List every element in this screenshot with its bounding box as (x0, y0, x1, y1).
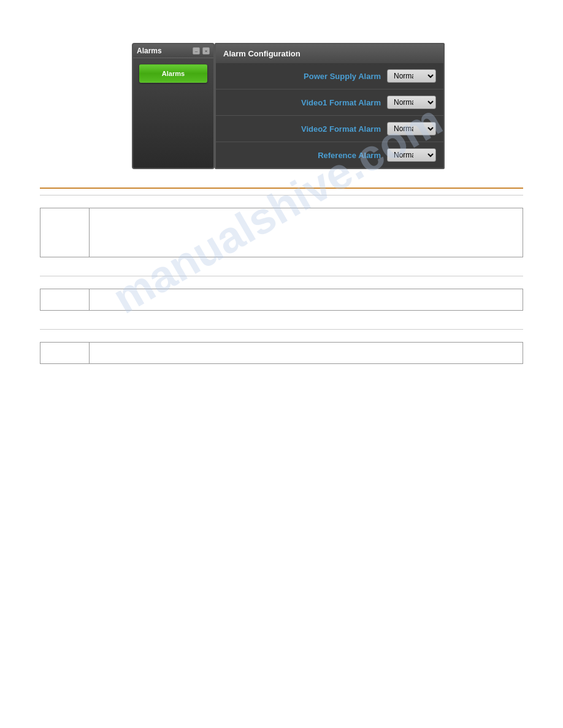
reference-alarm-select[interactable]: Normal Warning Critical (387, 148, 436, 162)
power-supply-alarm-label: Power Supply Alarm (304, 72, 381, 81)
table-cell-left-1 (40, 208, 90, 257)
video1-format-alarm-select[interactable]: Normal Warning Critical (387, 96, 436, 109)
alarm-config-body: Power Supply Alarm Normal Warning Critic… (216, 63, 443, 168)
widget-area: Alarms – × Alarms Alarm Configuration Po… (132, 43, 445, 169)
data-table-2 (40, 289, 523, 311)
alarm-config-panel: Alarm Configuration Power Supply Alarm N… (215, 43, 445, 169)
alarms-panel-title: Alarms (137, 47, 162, 55)
table-row (40, 343, 523, 364)
alarms-panel-header: Alarms – × (133, 44, 213, 58)
table-section-1 (40, 208, 523, 257)
video2-format-alarm-label: Video2 Format Alarm (301, 124, 381, 134)
minimize-button[interactable]: – (193, 47, 200, 55)
video2-format-alarm-select[interactable]: Normal Warning Critical (387, 122, 436, 135)
table-section-2 (40, 289, 523, 311)
table-row (40, 208, 523, 257)
reference-alarm-label: Reference Alarm (318, 151, 381, 160)
alarm-row-power-supply: Power Supply Alarm Normal Warning Critic… (216, 63, 443, 89)
table-cell-right-2 (90, 289, 523, 311)
data-table-3 (40, 342, 523, 364)
data-table-1 (40, 208, 523, 257)
video1-format-alarm-label: Video1 Format Alarm (301, 98, 381, 107)
alarm-row-reference: Reference Alarm Normal Warning Critical (216, 142, 443, 168)
gray-divider-1 (40, 195, 523, 195)
power-supply-alarm-select[interactable]: Normal Warning Critical (387, 69, 436, 83)
table-cell-left-3 (40, 343, 90, 364)
table-section-3 (40, 342, 523, 364)
table-row (40, 289, 523, 311)
alarms-green-button[interactable]: Alarms (139, 64, 207, 83)
alarms-panel: Alarms – × Alarms (132, 43, 215, 169)
alarms-panel-controls: – × (193, 47, 210, 55)
page-content: Alarms – × Alarms Alarm Configuration Po… (0, 0, 563, 364)
orange-divider (40, 188, 523, 189)
gray-divider-3 (40, 329, 523, 330)
alarm-row-video1-format: Video1 Format Alarm Normal Warning Criti… (216, 89, 443, 116)
table-cell-right-3 (90, 343, 523, 364)
alarm-config-header: Alarm Configuration (216, 44, 443, 63)
alarms-panel-body: Alarms (133, 58, 213, 89)
alarm-row-video2-format: Video2 Format Alarm Normal Warning Criti… (216, 116, 443, 142)
table-cell-right-1 (90, 208, 523, 257)
gray-divider-2 (40, 276, 523, 276)
close-button[interactable]: × (202, 47, 210, 55)
table-cell-left-2 (40, 289, 90, 311)
